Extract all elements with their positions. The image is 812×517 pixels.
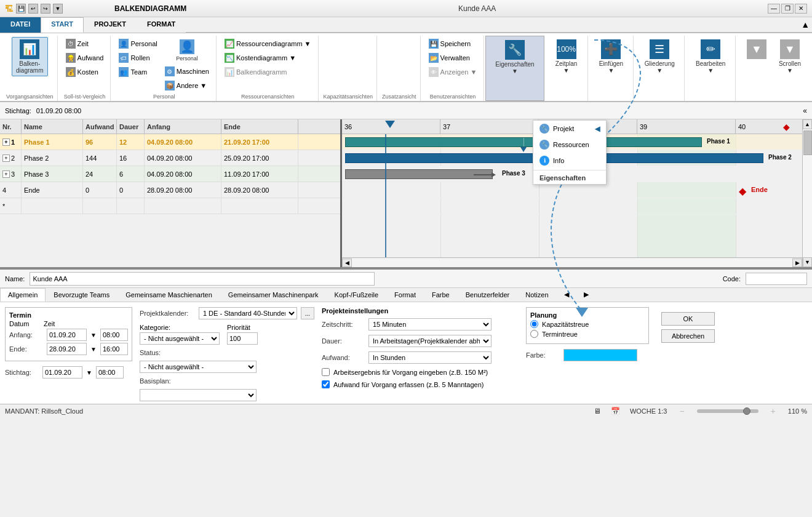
stichtag-zeit-input[interactable]	[96, 366, 124, 379]
menu-icon[interactable]: ▼	[53, 4, 63, 14]
tab-start[interactable]: START	[41, 17, 84, 33]
anfang-zeit-input[interactable]	[100, 329, 128, 341]
table-row[interactable]: *	[0, 198, 340, 214]
balkendiagramm2-button[interactable]: 📊 Balkendiagramm	[221, 65, 314, 79]
team-button[interactable]: 👥 Team	[116, 65, 160, 79]
code-input[interactable]	[746, 273, 807, 285]
td-ende: 25.09.20 17:00	[221, 150, 298, 166]
speichern-button[interactable]: 💾 Speichern	[426, 37, 480, 50]
tab-gemeinsamer-maschinenpark[interactable]: Gemeinsamer Maschinenpark	[220, 288, 327, 302]
termintreue-radio[interactable]	[530, 330, 538, 338]
maschinen-button[interactable]: ⚙ Maschinen	[162, 65, 212, 78]
scroll-right-button[interactable]: ▶	[792, 258, 802, 267]
gantt-bar-phase3[interactable]	[345, 169, 493, 179]
bearbeiten-button[interactable]: ✏ Bearbeiten ▼	[690, 37, 731, 76]
table-row[interactable]: +1 Phase 1 96 12 04.09.20 08:00 21.09.20…	[0, 134, 340, 150]
ribbon-items-ressourcenansichten: 📈 Ressourcendiagramm ▼ 📉 Kostendiagramm …	[221, 37, 314, 92]
undo-icon[interactable]: ↩	[28, 4, 38, 14]
h-scroll-track[interactable]	[352, 258, 792, 267]
minimize-button[interactable]: —	[768, 4, 780, 14]
check1-checkbox[interactable]	[322, 368, 330, 376]
slider-minus[interactable]: −	[679, 406, 684, 416]
scroll-up-button[interactable]: ▲	[803, 119, 812, 129]
farbe-color-picker[interactable]	[563, 349, 637, 361]
anfang-datum-input[interactable]	[47, 329, 87, 341]
kostendiagramm-button[interactable]: 📉 Kostendiagramm ▼	[221, 51, 314, 65]
check2-checkbox[interactable]	[322, 380, 330, 388]
ende-zeit-input[interactable]	[100, 343, 128, 355]
prioritaet-input[interactable]	[227, 332, 258, 345]
anzeigen-button[interactable]: 👁 Anzeigen ▼	[426, 65, 480, 79]
tab-nav-left[interactable]: ◀	[557, 288, 576, 302]
gantt-row-empty	[342, 198, 802, 214]
close-button[interactable]: ✕	[795, 4, 807, 14]
gantt-bar-phase1[interactable]	[345, 137, 702, 147]
scroll-thumb[interactable]	[803, 130, 812, 155]
tab-datei[interactable]: DATEI	[0, 17, 41, 33]
tab-notizen[interactable]: Notizen	[517, 288, 556, 302]
abbrechen-button[interactable]: Abbrechen	[661, 329, 715, 343]
tab-bevorzugte-teams[interactable]: Bevorzugte Teams	[46, 288, 117, 302]
dropdown-item-projekt[interactable]: 🔧 Projekt ◀	[533, 121, 606, 137]
personal-button[interactable]: 👤 Personal	[116, 37, 160, 50]
tab-format[interactable]: Format	[386, 288, 424, 302]
personal2-button[interactable]: 👤 Personal	[162, 37, 212, 64]
aufwand-select[interactable]: In Stunden	[368, 351, 492, 364]
stichtag-datum-input[interactable]	[42, 366, 82, 379]
ressourcendiagramm-button[interactable]: 📈 Ressourcendiagramm ▼	[221, 37, 314, 50]
gliederung-button[interactable]: ☰ Gliederung ▼	[639, 37, 680, 76]
ok-button[interactable]: OK	[661, 312, 715, 326]
redo-icon[interactable]: ↪	[41, 4, 50, 14]
scrollen-button[interactable]: ▼ Scrollen ▼	[774, 37, 806, 76]
tab-gemeinsame-maschienarten[interactable]: Gemeinsame Maschienarten	[117, 288, 220, 302]
aufwand-button[interactable]: 👷 Aufwand	[63, 51, 107, 65]
basisplan-select[interactable]	[140, 389, 257, 401]
kategorie-select[interactable]: - Nicht ausgewählt -	[140, 332, 220, 345]
zeitschritt-select[interactable]: 15 Minuten	[368, 318, 492, 331]
name-input[interactable]	[30, 272, 374, 286]
dropdown-item-ressourcen[interactable]: 🔧 Ressourcen	[533, 137, 606, 153]
tab-format[interactable]: FORMAT	[137, 17, 186, 33]
restore-button[interactable]: ❐	[781, 4, 794, 14]
verwalten-button[interactable]: 📂 Verwalten	[426, 51, 480, 65]
table-row[interactable]: +3 Phase 3 24 6 04.09.20 08:00 11.09.20 …	[0, 166, 340, 182]
zeitplan-button[interactable]: 100% Zeitplan ▼	[549, 37, 584, 76]
status-select[interactable]: - Nicht ausgewählt -	[140, 361, 257, 373]
table-row[interactable]: +2 Phase 2 144 16 04.09.20 08:00 25.09.2…	[0, 150, 340, 166]
zeit-button[interactable]: ⏱ Zeit	[63, 37, 107, 50]
projektkalender-browse-button[interactable]: ...	[301, 307, 314, 319]
tab-nav-right[interactable]: ▶	[576, 288, 596, 302]
dropdown-item-info[interactable]: ℹ Info	[533, 153, 606, 169]
zoom-slider[interactable]	[697, 409, 758, 413]
zoom-thumb[interactable]	[743, 407, 750, 415]
rollen-button[interactable]: 🏷 Rollen	[116, 51, 160, 65]
h-scrollbar: ◀ ▶	[342, 257, 802, 267]
ribbon-collapse-icon[interactable]: ▲	[801, 20, 810, 30]
filter-button[interactable]: ▼	[741, 37, 773, 63]
collapse-gantt-icon[interactable]: «	[803, 106, 807, 115]
scroll-left-button[interactable]: ◀	[342, 258, 352, 267]
scroll-down-button[interactable]: ▼	[803, 257, 812, 267]
expand-button[interactable]: +	[2, 138, 10, 146]
save-icon[interactable]: 💾	[16, 4, 26, 14]
andere-button[interactable]: 📦 Andere▼	[162, 79, 212, 92]
einfuegen-button[interactable]: ➕ Einfügen ▼	[593, 37, 630, 76]
eigenschaften-button[interactable]: 🔧 Eigenschaften ▼	[490, 38, 539, 77]
group-gliederung: ☰ Gliederung ▼	[635, 36, 685, 101]
kostendiagramm-icon: 📉	[225, 53, 234, 63]
tab-benutzerfelder[interactable]: Benutzerfelder	[458, 288, 518, 302]
kosten-button[interactable]: 💰 Kosten	[63, 65, 107, 79]
dauer-select[interactable]: In Arbeitstagen(Projektkalender abhän	[368, 335, 492, 347]
tab-kopf-fusszeile[interactable]: Kopf-/Fußzeile	[327, 288, 387, 302]
expand-button[interactable]: +	[2, 154, 10, 162]
slider-plus[interactable]: +	[771, 406, 776, 416]
projektkalender-select[interactable]: 1 DE - Standard 40-Stunden-W	[199, 307, 297, 319]
balkendiagramm-button[interactable]: 📊 Balken-diagramm	[12, 37, 47, 76]
tab-allgemein[interactable]: Allgemein	[0, 288, 46, 302]
tab-projekt[interactable]: PROJEKT	[84, 17, 137, 33]
expand-button[interactable]: +	[2, 170, 10, 178]
kapazitaetstreue-radio[interactable]	[530, 320, 538, 328]
table-row[interactable]: 4 Ende 0 0 28.09.20 08:00 28.09.20 08:00	[0, 182, 340, 198]
ende-datum-input[interactable]	[47, 343, 87, 355]
tab-farbe[interactable]: Farbe	[424, 288, 458, 302]
